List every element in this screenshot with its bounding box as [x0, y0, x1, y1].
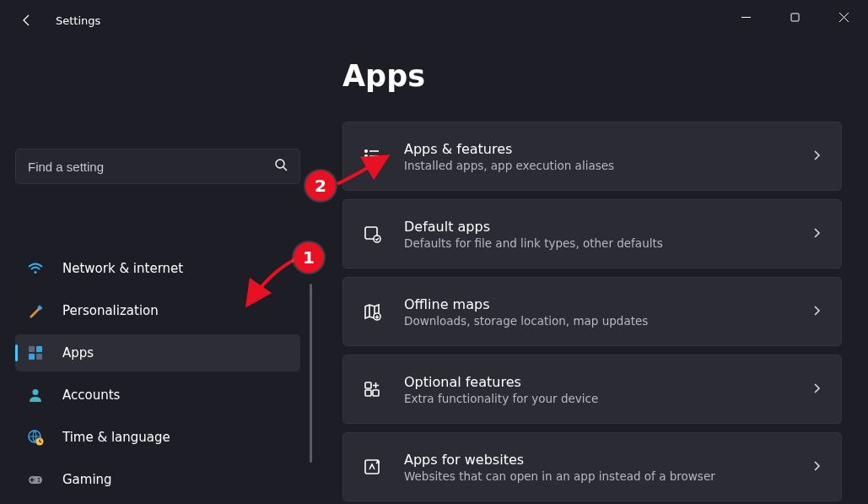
list-icon	[362, 146, 382, 166]
svg-rect-10	[29, 354, 35, 360]
svg-rect-9	[36, 346, 42, 352]
back-button[interactable]	[17, 10, 37, 30]
card-title: Default apps	[404, 219, 789, 235]
card-title: Apps & features	[404, 141, 789, 157]
sidebar-item-time-language[interactable]: Time & language	[15, 419, 300, 456]
card-subtitle: Extra functionality for your device	[404, 392, 789, 405]
app-web-icon	[362, 457, 382, 477]
svg-rect-29	[365, 390, 371, 396]
minimize-button[interactable]	[721, 0, 770, 34]
card-title: Offline maps	[404, 296, 789, 312]
chevron-right-icon	[811, 226, 822, 242]
annotation-marker-2: 2	[305, 171, 336, 201]
main-content: Apps Apps & features Installed apps, app…	[321, 41, 868, 504]
settings-cards: Apps & features Installed apps, app exec…	[342, 122, 842, 501]
annotation-number: 1	[303, 247, 315, 268]
person-icon	[27, 387, 44, 404]
card-text: Optional features Extra functionality fo…	[404, 374, 789, 405]
svg-point-16	[38, 478, 40, 480]
svg-point-19	[365, 150, 368, 153]
maximize-button[interactable]	[770, 0, 819, 34]
svg-rect-28	[365, 382, 371, 388]
chevron-right-icon	[811, 304, 822, 320]
sidebar-item-gaming[interactable]: Gaming	[15, 461, 300, 498]
card-text: Apps for websites Websites that can open…	[404, 452, 789, 483]
sidebar-item-apps[interactable]: Apps	[15, 334, 300, 371]
wifi-icon	[27, 260, 44, 277]
svg-point-26	[374, 236, 380, 242]
search-box[interactable]	[15, 149, 300, 184]
sidebar-item-label: Accounts	[62, 387, 120, 403]
card-apps-for-websites[interactable]: Apps for websites Websites that can open…	[342, 432, 842, 501]
svg-rect-30	[373, 390, 379, 396]
card-title: Optional features	[404, 374, 789, 390]
sidebar-item-personalization[interactable]: Personalization	[15, 292, 300, 329]
sidebar: Network & internet Personalization	[0, 41, 321, 504]
svg-point-21	[365, 155, 368, 158]
svg-point-23	[365, 160, 368, 163]
close-button[interactable]	[819, 0, 868, 34]
annotation-marker-1: 1	[294, 242, 324, 273]
card-subtitle: Defaults for file and link types, other …	[404, 236, 789, 250]
window-controls	[721, 0, 868, 34]
default-apps-icon	[362, 224, 382, 244]
chevron-right-icon	[811, 382, 822, 398]
chevron-right-icon	[811, 149, 822, 165]
card-apps-features[interactable]: Apps & features Installed apps, app exec…	[342, 122, 842, 191]
card-subtitle: Websites that can open in an app instead…	[404, 469, 789, 483]
svg-rect-1	[791, 14, 799, 21]
sidebar-item-network[interactable]: Network & internet	[15, 250, 300, 287]
svg-line-5	[283, 167, 287, 171]
card-default-apps[interactable]: Default apps Defaults for file and link …	[342, 199, 842, 268]
sidebar-nav: Network & internet Personalization	[15, 250, 300, 504]
annotation-number: 2	[315, 176, 326, 196]
card-offline-maps[interactable]: Offline maps Downloads, storage location…	[342, 277, 842, 346]
card-subtitle: Installed apps, app execution aliases	[404, 159, 789, 172]
search-icon	[274, 158, 288, 175]
card-text: Offline maps Downloads, storage location…	[404, 296, 789, 328]
svg-point-12	[33, 389, 39, 395]
apps-icon	[27, 344, 44, 361]
card-text: Apps & features Installed apps, app exec…	[404, 141, 789, 172]
svg-point-17	[38, 480, 40, 482]
svg-point-6	[34, 271, 36, 274]
sidebar-scrollbar[interactable]	[310, 284, 312, 463]
card-text: Default apps Defaults for file and link …	[404, 219, 789, 250]
svg-point-4	[276, 160, 284, 168]
svg-rect-8	[29, 346, 35, 352]
map-icon	[362, 301, 382, 322]
sidebar-item-label: Time & language	[62, 430, 170, 445]
paintbrush-icon	[27, 302, 44, 319]
gamepad-icon	[27, 471, 44, 488]
page-title: Apps	[342, 59, 843, 93]
sidebar-item-label: Apps	[62, 345, 94, 360]
chevron-right-icon	[811, 459, 822, 475]
card-subtitle: Downloads, storage location, map updates	[404, 314, 789, 328]
search-input[interactable]	[28, 160, 274, 174]
card-title: Apps for websites	[404, 452, 789, 468]
sidebar-item-accounts[interactable]: Accounts	[15, 377, 300, 414]
svg-rect-11	[36, 354, 42, 360]
sidebar-item-label: Personalization	[62, 303, 159, 318]
sidebar-item-label: Network & internet	[62, 261, 183, 276]
window-title: Settings	[56, 14, 100, 27]
sidebar-item-label: Gaming	[62, 472, 112, 487]
globe-clock-icon	[27, 429, 44, 446]
card-optional-features[interactable]: Optional features Extra functionality fo…	[342, 355, 842, 424]
add-square-icon	[362, 379, 382, 399]
